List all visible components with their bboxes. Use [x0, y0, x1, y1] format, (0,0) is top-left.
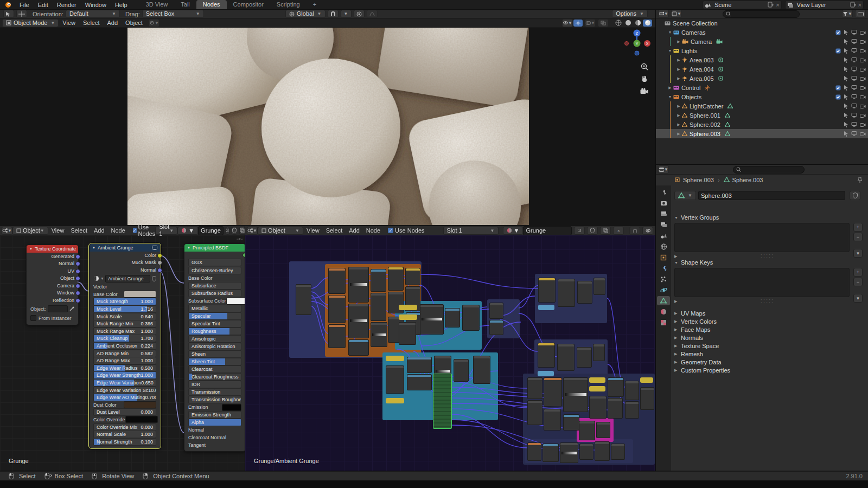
- outliner-item-label[interactable]: Scene Collection: [673, 20, 718, 27]
- panel-face-maps[interactable]: ▶Face Maps: [674, 326, 860, 333]
- properties-search-input[interactable]: [741, 166, 797, 172]
- remove-view-layer-icon[interactable]: ×: [858, 2, 861, 8]
- input-muck-range-max-slider[interactable]: Muck Range Max1.000: [93, 328, 156, 335]
- overview-node-22[interactable]: [538, 278, 556, 303]
- editor-type-shader-icon[interactable]: ▼: [2, 227, 12, 235]
- input-muck-level[interactable]: Muck Level1.716: [90, 305, 160, 313]
- expander-icon[interactable]: ▶: [675, 58, 682, 62]
- dropdown-1[interactable]: Christensen-Burley: [188, 267, 241, 274]
- view-layer-selector[interactable]: View Layer ×: [785, 1, 864, 9]
- socket[interactable]: [75, 254, 80, 259]
- exclude-checkbox[interactable]: [835, 48, 841, 54]
- input-color-override-mix-slider[interactable]: Color Override Mix0.000: [93, 423, 156, 431]
- viewport-menu-object[interactable]: Object: [122, 20, 146, 26]
- shader-menu-select-2[interactable]: Select: [323, 227, 346, 234]
- socket[interactable]: [75, 284, 80, 288]
- eyedropper-icon[interactable]: [69, 306, 74, 311]
- input-edge-wear-ao-muting-slider[interactable]: Edge Wear AO Muting0.700: [93, 394, 156, 401]
- specials-dropdown[interactable]: ▾: [853, 249, 863, 258]
- overview-group-node-green[interactable]: [433, 374, 452, 429]
- properties-tab-output[interactable]: [657, 209, 670, 219]
- scene-name[interactable]: Scene: [711, 2, 768, 8]
- outliner-row-lightcatcher[interactable]: ▶LightCatcher: [656, 101, 868, 111]
- shader-menu-select[interactable]: Select: [67, 227, 91, 234]
- selectable-icon[interactable]: [844, 39, 848, 44]
- outliner-row-camera[interactable]: ▶Camera: [656, 37, 868, 46]
- overview-pill-2[interactable]: [386, 356, 404, 361]
- shader-menu-view[interactable]: View: [48, 227, 68, 234]
- input-roughness-slider[interactable]: Roughness: [188, 328, 241, 335]
- navigation-gizmo[interactable]: Z Y X: [623, 28, 651, 56]
- list-specials-vertex-groups[interactable]: ▶: [674, 252, 860, 259]
- properties-tab-world[interactable]: [657, 242, 670, 251]
- input-color-override[interactable]: Color Override: [90, 416, 160, 423]
- overview-node-49[interactable]: [542, 444, 559, 462]
- material-users-count[interactable]: 3: [226, 227, 229, 235]
- input-transmission-roughness-slider[interactable]: Transmission Roughness: [188, 396, 241, 403]
- input-specular[interactable]: Specular: [184, 312, 245, 320]
- overview-node-55[interactable]: [596, 422, 610, 438]
- editor-corner-widget[interactable]: ◅▻: [237, 236, 243, 241]
- material-name-field-2[interactable]: Grunge: [523, 226, 572, 235]
- input-clearcoat[interactable]: Clearcoat: [184, 365, 245, 373]
- disable-render-icon[interactable]: [860, 49, 866, 53]
- input-edge-wear-variation-slider[interactable]: Edge Wear Variation0.650: [93, 379, 156, 387]
- overview-pill-0[interactable]: [399, 305, 417, 310]
- overview-node-53[interactable]: [611, 444, 625, 460]
- tool-fallback-icon[interactable]: [16, 10, 27, 18]
- overview-node-48[interactable]: [527, 442, 541, 461]
- outliner-display-mode-icon[interactable]: ▼: [671, 10, 682, 18]
- shader-type-dropdown-2[interactable]: Object▼: [258, 227, 303, 235]
- disable-render-icon[interactable]: [860, 86, 866, 90]
- input-edge-wear-variation-sc-slider[interactable]: Edge Wear Variation Sc10.000: [93, 387, 156, 394]
- input-specular-tint-slider[interactable]: Specular Tint: [188, 320, 241, 328]
- disable-render-icon[interactable]: [860, 67, 866, 72]
- material-copy-icon-2[interactable]: [600, 227, 611, 235]
- overview-node-19[interactable]: [462, 305, 480, 331]
- expander-icon[interactable]: ▶: [675, 132, 682, 136]
- disable-render-icon[interactable]: [860, 30, 866, 35]
- panel-remesh[interactable]: ▶Remesh: [674, 350, 860, 358]
- disable-render-icon[interactable]: [860, 132, 866, 136]
- overview-node-52[interactable]: [595, 441, 610, 461]
- blender-logo-icon[interactable]: [4, 2, 12, 8]
- hide-viewport-icon[interactable]: [851, 85, 857, 90]
- exclude-checkbox[interactable]: [835, 94, 841, 100]
- material-copy-icon[interactable]: [239, 227, 245, 235]
- input-roughness[interactable]: Roughness: [184, 328, 245, 335]
- overview-node-38[interactable]: [544, 377, 562, 407]
- hide-viewport-icon[interactable]: [851, 104, 857, 108]
- outliner-item-label[interactable]: Sphere.001: [690, 112, 720, 119]
- transform-orientation-dropdown[interactable]: Global▼: [285, 10, 326, 18]
- selectable-icon[interactable]: [844, 131, 848, 137]
- overlays-dropdown-icon[interactable]: ▼: [585, 19, 596, 27]
- overview-pill-5[interactable]: [538, 371, 554, 376]
- overview-pill-1[interactable]: [399, 314, 417, 320]
- hide-viewport-icon[interactable]: [851, 30, 857, 35]
- input-metallic-slider[interactable]: Metallic: [188, 305, 241, 312]
- input-dust-color[interactable]: Dust Color: [90, 401, 160, 409]
- panel-custom-properties[interactable]: ▶Custom Properties: [674, 367, 860, 374]
- selectable-icon[interactable]: [844, 122, 848, 127]
- input-dust-level-slider[interactable]: Dust Level0.000: [93, 408, 156, 416]
- input-normal-strength[interactable]: Normal Strength0.100: [90, 438, 160, 446]
- new-view-layer-icon[interactable]: [850, 2, 857, 8]
- editor-type-properties-icon[interactable]: ▼: [658, 165, 669, 174]
- input-emission-swatch[interactable]: [222, 404, 241, 411]
- material-browse[interactable]: ▼: [177, 227, 198, 235]
- overview-node-21[interactable]: [489, 320, 503, 335]
- snap-dropdown-icon[interactable]: ▼: [341, 10, 352, 18]
- texcoord-header[interactable]: ▼Texture Coordinate: [27, 245, 78, 253]
- outliner-row-area-004[interactable]: ▶Area.004: [656, 65, 868, 74]
- input-muck-cleanup[interactable]: Muck Cleanup1.700: [90, 335, 160, 343]
- input-subsurface-color[interactable]: Subsurface Color: [184, 297, 245, 305]
- input-edge-wear-strength[interactable]: Edge Wear Strength1.000: [90, 372, 160, 380]
- properties-tab-texture[interactable]: [657, 318, 670, 327]
- input-sheen[interactable]: Sheen: [184, 350, 245, 358]
- overview-node-10[interactable]: [388, 267, 404, 291]
- editor-type-shader-icon-2[interactable]: ▼: [247, 227, 258, 235]
- panel-normals[interactable]: ▶Normals: [674, 334, 860, 342]
- list-vertex-groups[interactable]: [674, 223, 850, 252]
- outliner-item-label[interactable]: Area.004: [690, 66, 714, 73]
- socket[interactable]: [75, 291, 80, 296]
